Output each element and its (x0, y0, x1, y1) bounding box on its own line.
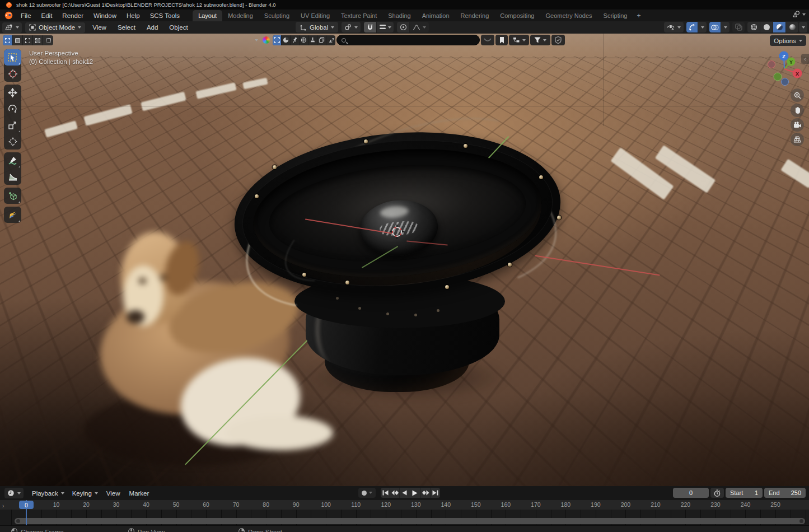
gizmo-x-axis[interactable]: X (793, 69, 802, 78)
menu-window[interactable]: Window (88, 11, 121, 20)
3d-viewport[interactable]: User Perspective (0) Collection | shok12 (0, 34, 809, 486)
jump-to-end-button[interactable] (431, 488, 440, 498)
filter-world-toggle[interactable] (300, 35, 308, 45)
menu-view[interactable]: View (88, 23, 110, 32)
tab-shading[interactable]: Shading (382, 10, 416, 21)
tool-select-box[interactable] (4, 49, 21, 66)
display-mode-dropdown[interactable] (509, 35, 529, 45)
gizmo-y-axis[interactable]: Y (787, 58, 796, 66)
next-keyframe-button[interactable] (421, 488, 431, 498)
gizmo-neg-y-axis[interactable] (774, 73, 782, 81)
shading-material-preview-button[interactable] (773, 22, 785, 32)
jump-to-start-button[interactable] (381, 488, 390, 498)
tool-add-cube[interactable] (4, 188, 21, 204)
snap-toggle[interactable] (364, 22, 376, 32)
protect-button[interactable] (551, 35, 565, 45)
shading-wireframe-button[interactable] (747, 22, 760, 32)
tab-animation[interactable]: Animation (417, 10, 455, 21)
overlays-dropdown[interactable] (721, 22, 729, 32)
zoom-button[interactable] (791, 88, 804, 102)
menu-render[interactable]: Render (57, 11, 88, 20)
timeline-ruler[interactable]: 0 10203040506070809010011012013014015016… (0, 500, 809, 510)
collapse-chevron[interactable] (255, 39, 258, 41)
tab-rendering[interactable]: Rendering (455, 10, 495, 21)
show-gizmo-toggle[interactable] (686, 22, 698, 32)
tab-uv-editing[interactable]: UV Editing (295, 10, 335, 21)
gizmo-dropdown[interactable] (698, 22, 707, 32)
tool-annotate[interactable] (4, 152, 21, 169)
timeline-view-menu[interactable]: View (102, 489, 125, 498)
tool-rotate[interactable] (4, 101, 21, 117)
tab-compositing[interactable]: Compositing (494, 10, 540, 21)
start-frame-field[interactable]: Start 1 (726, 488, 763, 498)
snap-target-dropdown[interactable] (377, 22, 394, 32)
scene-selector[interactable] (792, 11, 806, 18)
filter-object-toggle[interactable] (273, 35, 282, 45)
pivot-point-dropdown[interactable] (342, 22, 361, 32)
shading-solid-button[interactable] (760, 22, 773, 32)
timeline-scrollbar[interactable] (15, 518, 805, 524)
select-difference-button[interactable] (33, 35, 43, 45)
keying-menu[interactable]: Keying (68, 488, 102, 498)
menu-select[interactable]: Select (114, 23, 139, 32)
filter-pages-toggle[interactable] (317, 35, 326, 45)
show-overlays-toggle[interactable] (709, 22, 721, 32)
play-button[interactable] (409, 488, 421, 498)
menu-help[interactable]: Help (121, 11, 145, 20)
visibility-dropdown[interactable] (664, 22, 684, 32)
timeline-marker-menu[interactable]: Marker (125, 489, 154, 498)
previous-keyframe-button[interactable] (390, 488, 400, 498)
select-intersect-button[interactable] (43, 35, 53, 45)
bookmark-button[interactable] (495, 35, 508, 45)
navigation-gizmo[interactable]: Z Y X (760, 50, 804, 94)
menu-scs-tools[interactable]: SCS Tools (145, 11, 185, 20)
select-subtract-button[interactable] (23, 35, 33, 45)
gizmo-neg-x-axis[interactable] (768, 60, 775, 68)
tool-scale[interactable] (4, 117, 21, 133)
filter-brush-toggle[interactable] (308, 35, 317, 45)
menu-file[interactable]: File (16, 11, 36, 20)
filter-armature-toggle[interactable] (326, 35, 335, 45)
play-reverse-button[interactable] (400, 488, 409, 498)
select-set-button[interactable] (3, 35, 13, 45)
tab-layout[interactable]: Layout (193, 10, 222, 21)
auto-keying-toggle[interactable] (358, 488, 376, 498)
tool-move[interactable] (4, 85, 21, 101)
xray-toggle[interactable] (732, 22, 745, 32)
tab-scripting[interactable]: Scripting (598, 10, 633, 21)
timeline-editor-type-button[interactable] (4, 488, 24, 498)
transform-orientation-dropdown[interactable]: Global (296, 22, 338, 32)
select-extend-button[interactable] (13, 35, 23, 45)
editor-type-button[interactable] (2, 22, 22, 33)
filter-figure-toggle[interactable] (291, 35, 300, 45)
blender-logo-icon[interactable] (4, 11, 13, 20)
end-frame-field[interactable]: End 250 (764, 488, 806, 498)
tab-sculpting[interactable]: Sculpting (259, 10, 295, 21)
sidebar-collapse-arrow[interactable]: ‹ (801, 54, 809, 64)
mode-dropdown[interactable]: Object Mode (25, 22, 85, 33)
filter-dropdown[interactable] (530, 35, 550, 45)
camera-view-button[interactable] (791, 118, 804, 132)
current-frame-field[interactable]: 0 (673, 488, 709, 498)
search-input[interactable] (349, 37, 475, 44)
region-expand-arrow[interactable]: › (2, 503, 4, 509)
tool-measure[interactable] (4, 169, 21, 185)
add-workspace-button[interactable]: + (633, 10, 644, 21)
proportional-editing-toggle[interactable] (397, 22, 409, 32)
shading-rendered-button[interactable] (786, 22, 798, 32)
tab-modeling[interactable]: Modeling (222, 10, 259, 21)
tool-cursor[interactable] (4, 66, 21, 82)
collapsed-panel-button[interactable] (481, 35, 494, 45)
current-frame-badge[interactable]: 0 (19, 501, 34, 509)
tab-texture-paint[interactable]: Texture Paint (335, 10, 382, 21)
tab-geometry-nodes[interactable]: Geometry Nodes (540, 10, 597, 21)
gizmo-neg-z-axis[interactable] (781, 78, 789, 86)
color-sphere-icon[interactable] (263, 36, 270, 44)
perspective-toggle-button[interactable] (791, 133, 804, 146)
filter-pie-toggle[interactable] (282, 35, 291, 45)
pan-button[interactable] (791, 104, 804, 117)
tool-transform[interactable] (4, 133, 21, 150)
use-preview-range-button[interactable] (710, 488, 724, 498)
proportional-falloff-dropdown[interactable] (410, 22, 429, 32)
subwoofer-object[interactable] (224, 129, 571, 409)
